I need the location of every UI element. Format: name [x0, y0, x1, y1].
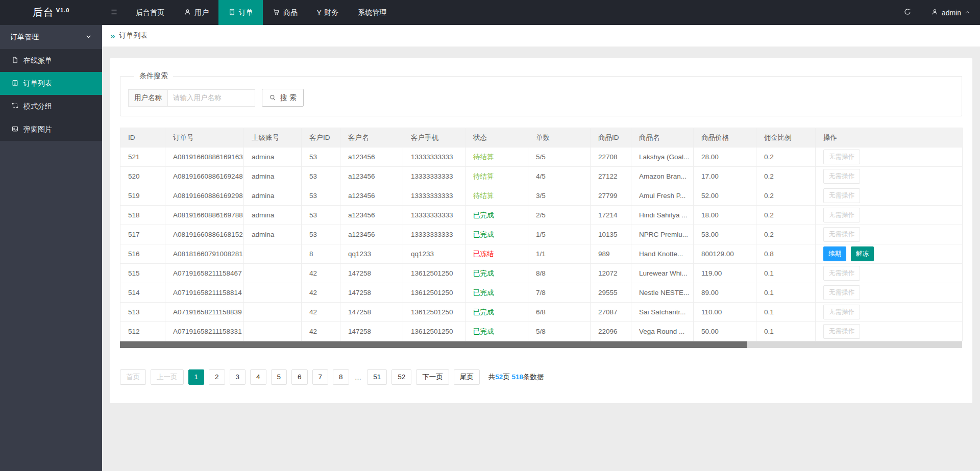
page-button-2[interactable]: 2 — [209, 369, 225, 385]
page-button-3[interactable]: 3 — [230, 369, 246, 385]
main-content: » 订单列表 条件搜索 用户名称 搜 索 ID订单号上级账号客户ID客户名客户手… — [102, 25, 980, 471]
search-button[interactable]: 搜 索 — [262, 89, 304, 107]
column-header: ID — [120, 128, 165, 147]
cell-customer-phone: 13333333333 — [403, 186, 465, 206]
table-row: 515A071916582111584674214725813612501250… — [120, 264, 963, 283]
table-header-row: ID订单号上级账号客户ID客户名客户手机状态单数商品ID商品名商品价格佣金比例操… — [120, 128, 963, 147]
cell-count: 1/1 — [528, 244, 591, 264]
sidebar-item-order-list[interactable]: 订单列表 — [0, 72, 102, 95]
cell-actions: 无需操作 — [816, 283, 963, 303]
cell-price: 800129.00 — [694, 244, 756, 264]
user-menu[interactable]: admin — [921, 0, 980, 25]
cell-status: 已完成 — [465, 225, 528, 244]
username-search-input[interactable] — [167, 89, 255, 107]
cell-id: 515 — [120, 264, 165, 283]
page-button-6[interactable]: 6 — [291, 369, 308, 385]
refresh-icon — [903, 8, 912, 17]
cell-product-name: NPRC Premiu... — [631, 225, 694, 244]
cell-customer-name: a123456 — [340, 167, 403, 186]
top-navbar: 后台 V1.0 后台首页 用户 订单 商品 — [0, 0, 980, 25]
page-button-4[interactable]: 4 — [250, 369, 266, 385]
cell-status: 已冻结 — [465, 244, 528, 264]
cell-parent: admina — [244, 167, 302, 186]
cell-customer-phone: 13612501250 — [403, 322, 465, 341]
cell-parent — [244, 322, 302, 341]
cell-order-no: A08191660886169248 — [165, 167, 244, 186]
cell-id: 519 — [120, 186, 165, 206]
cell-actions: 无需操作 — [816, 225, 963, 244]
cell-order-no: A08191660886168152 — [165, 225, 244, 244]
cell-count: 1/5 — [528, 225, 591, 244]
cell-customer-name: 147258 — [340, 322, 403, 341]
cell-id: 513 — [120, 303, 165, 322]
page-button-7[interactable]: 7 — [312, 369, 329, 385]
nav-item-label: 系统管理 — [358, 8, 386, 17]
next-page-button[interactable]: 下一页 — [416, 369, 449, 385]
nav-item-products[interactable]: 商品 — [263, 0, 307, 25]
table-row: 517A08191660886168152admina53a1234561333… — [120, 225, 963, 244]
column-header: 订单号 — [165, 128, 244, 147]
status-badge: 待结算 — [473, 192, 494, 200]
nav-item-label: 用户 — [194, 8, 209, 17]
scrollbar-thumb[interactable] — [120, 341, 747, 348]
total-items-value: 518 — [511, 373, 523, 381]
cell-customer-name: 147258 — [340, 283, 403, 303]
cell-price: 119.00 — [694, 264, 756, 283]
app-version: V1.0 — [56, 7, 70, 13]
cell-status: 已完成 — [465, 264, 528, 283]
cell-product-id: 29555 — [591, 283, 631, 303]
sidebar-group-order-management[interactable]: 订单管理 — [0, 25, 102, 49]
cell-customer-id: 42 — [302, 303, 340, 322]
cell-product-id: 27122 — [591, 167, 631, 186]
content-card: 条件搜索 用户名称 搜 索 ID订单号上级账号客户ID客户名客户手机状态单数商品… — [110, 58, 972, 403]
cell-product-name: Sai Satcharitr... — [631, 303, 694, 322]
sidebar-item-online-dispatch[interactable]: 在线派单 — [0, 49, 102, 72]
page-button-51[interactable]: 51 — [367, 369, 387, 385]
page-button-8[interactable]: 8 — [333, 369, 349, 385]
no-action-button: 无需操作 — [823, 324, 860, 339]
cell-actions: 无需操作 — [816, 322, 963, 341]
cell-customer-id: 53 — [302, 225, 340, 244]
cell-customer-id: 42 — [302, 322, 340, 341]
nav-item-home[interactable]: 后台首页 — [126, 0, 174, 25]
status-badge: 待结算 — [473, 153, 494, 161]
collapse-menu-button[interactable] — [102, 0, 126, 25]
search-legend: 条件搜索 — [134, 71, 173, 81]
last-page-button[interactable]: 尾页 — [454, 369, 480, 385]
cell-count: 4/5 — [528, 167, 591, 186]
cell-status: 待结算 — [465, 186, 528, 206]
nav-item-finance[interactable]: ¥ 财务 — [307, 0, 348, 25]
cell-price: 28.00 — [694, 147, 756, 167]
cell-count: 8/8 — [528, 264, 591, 283]
cell-commission: 0.2 — [756, 225, 816, 244]
page-button-5[interactable]: 5 — [271, 369, 287, 385]
status-badge: 已完成 — [473, 289, 494, 296]
no-action-button: 无需操作 — [823, 227, 860, 242]
cell-order-no: A07191658211158331 — [165, 322, 244, 341]
nav-item-system[interactable]: 系统管理 — [348, 0, 396, 25]
cell-count: 3/5 — [528, 186, 591, 206]
cell-actions: 续期解冻 — [816, 244, 963, 264]
sidebar-item-label: 在线派单 — [23, 56, 52, 65]
horizontal-scrollbar[interactable] — [120, 341, 962, 348]
page-button-1[interactable]: 1 — [188, 369, 205, 385]
cell-price: 17.00 — [694, 167, 756, 186]
refresh-button[interactable] — [894, 0, 921, 25]
column-header: 上级账号 — [244, 128, 302, 147]
sidebar-item-mode-group[interactable]: 模式分组 — [0, 95, 102, 118]
nav-item-users[interactable]: 用户 — [174, 0, 218, 25]
chevron-down-icon — [85, 33, 92, 41]
cell-customer-name: a123456 — [340, 206, 403, 225]
sidebar: 订单管理 在线派单 订单列表 模式分组 弹窗图片 — [0, 25, 102, 471]
cell-order-no: A08181660791008281 — [165, 244, 244, 264]
sidebar-item-popup-image[interactable]: 弹窗图片 — [0, 118, 102, 141]
nav-item-label: 财务 — [324, 8, 338, 17]
page-button-52[interactable]: 52 — [391, 369, 411, 385]
nav-item-orders[interactable]: 订单 — [218, 0, 263, 25]
cell-parent: admina — [244, 147, 302, 167]
cell-parent: admina — [244, 225, 302, 244]
unfreeze-button[interactable]: 解冻 — [851, 246, 874, 261]
pagination-summary: 共52页 518条数据 — [488, 373, 544, 382]
nav-item-label: 订单 — [239, 8, 253, 17]
renew-button[interactable]: 续期 — [823, 246, 846, 261]
